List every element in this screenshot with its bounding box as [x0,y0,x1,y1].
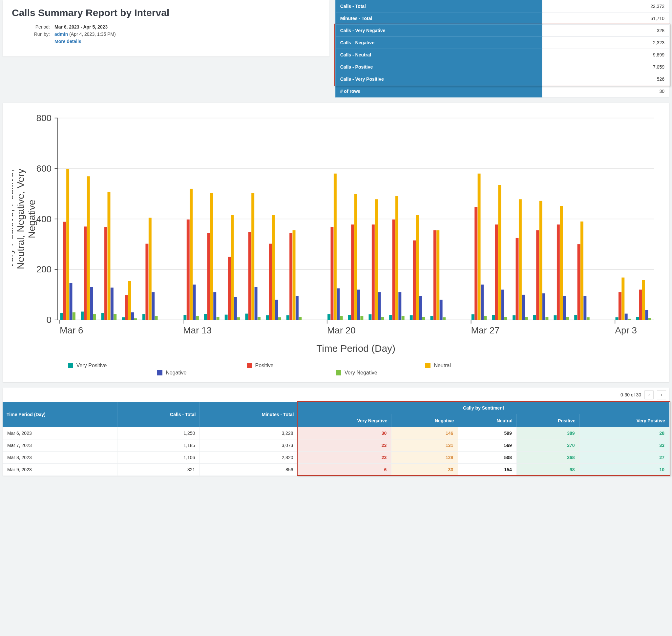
bar-positive [330,227,333,320]
bar-negative [90,287,93,320]
legend-item[interactable]: Neutral [425,362,596,369]
cell: Mar 9, 2023 [3,463,117,476]
legend-swatch [157,370,162,375]
bar-very-positive [101,313,104,320]
cell: 23 [298,451,391,463]
bar-neutral [334,174,337,320]
bar-negative [254,287,258,320]
bar-very-negative [545,317,548,320]
runby-time: (Apr 4, 2023, 1:35 PM) [69,32,116,37]
legend-label: Very Positive [77,363,107,369]
cell: 27 [579,451,669,463]
runby-user-link[interactable]: admin [55,32,68,37]
bar-very-positive [286,315,289,320]
bar-very-positive [60,313,63,320]
bar-very-positive [512,315,515,320]
legend-item[interactable]: Negative [157,369,328,376]
bar-very-negative [299,317,302,320]
bar-neutral [128,281,131,320]
bar-positive [145,244,148,320]
bar-positive [516,238,519,320]
bar-very-positive [348,315,351,320]
col-header[interactable]: Very Positive [579,414,669,427]
bar-negative [440,300,443,320]
legend-item[interactable]: Very Positive [68,362,239,369]
legend-swatch [425,363,430,368]
bar-neutral [642,280,645,320]
bar-negative [234,297,237,320]
legend-label: Very Negative [345,370,378,376]
bar-neutral [581,221,584,320]
bar-positive [207,233,210,320]
bar-very-negative [134,318,137,320]
bar-very-negative [237,317,240,320]
col-header[interactable]: Minutes - Total [200,402,298,427]
pager-prev-button[interactable]: ‹ [645,390,654,399]
bar-very-negative [278,317,281,320]
cell: 1,250 [117,427,200,439]
summary-key: Calls - Neutral [335,49,543,61]
bar-very-negative [340,316,343,320]
bar-very-positive [615,317,618,320]
legend-item[interactable]: Positive [247,362,418,369]
summary-value: 61,710 [543,13,669,25]
bar-neutral [560,206,563,320]
cell: 508 [458,451,516,463]
cell: 146 [391,427,458,439]
bar-neutral [251,193,254,320]
bar-very-negative [422,317,425,320]
bar-very-negative [402,316,405,320]
bar-neutral [622,278,625,320]
cell: 1,185 [117,439,200,451]
bar-very-negative [381,317,384,320]
bar-positive [557,224,560,320]
bar-very-positive [389,315,392,320]
report-title: Calls Summary Report by Interval [12,7,320,18]
cell: 10 [579,463,669,476]
cell: 6 [298,463,391,476]
more-details-link[interactable]: More details [55,39,81,44]
legend-swatch [68,363,73,368]
cell: 599 [458,427,516,439]
bar-neutral [210,193,213,320]
data-table-panel: 0-30 of 30 ‹ › Time Period (Day)Calls - … [3,387,669,476]
summary-row: Calls - Very Positive526 [335,73,669,85]
cell: 3,073 [200,439,298,451]
cell: Mar 6, 2023 [3,427,117,439]
period-value: Mar 6, 2023 - Apr 5, 2023 [55,24,320,29]
cell: 30 [391,463,458,476]
bar-very-positive [430,316,433,320]
svg-text:800: 800 [36,113,52,123]
cell: 28 [579,427,669,439]
svg-text:Very Positive, Positive,Neutra: Very Positive, Positive,Neutral, Negativ… [12,169,37,270]
svg-text:Time Period (Day): Time Period (Day) [316,343,395,354]
col-header[interactable]: Very Negative [298,414,391,427]
col-header[interactable]: Positive [516,414,579,427]
bar-very-negative [93,314,96,320]
col-header[interactable]: Neutral [458,414,516,427]
bar-positive [104,227,107,320]
bar-neutral [272,215,275,320]
bar-very-positive [636,317,639,320]
table-row: Mar 9, 20233218566301549810 [3,463,669,476]
bar-very-positive [225,315,228,320]
col-header[interactable]: Negative [391,414,458,427]
bar-very-positive [81,312,84,320]
legend-item[interactable]: Very Negative [336,369,507,376]
svg-text:Mar 27: Mar 27 [471,325,500,335]
bar-very-positive [471,314,474,320]
summary-value: 30 [543,85,669,97]
bar-positive [84,226,87,320]
cell: 569 [458,439,516,451]
bar-very-negative [587,317,590,320]
report-header-panel: Calls Summary Report by Interval Period:… [3,0,329,56]
bar-very-positive [245,314,248,320]
col-header[interactable]: Time Period (Day) [3,402,117,427]
bar-negative [275,300,278,320]
col-header[interactable]: Calls - Total [117,402,200,427]
bar-negative [584,296,586,320]
bar-very-positive [183,315,186,320]
cell: 856 [200,463,298,476]
bar-very-negative [217,317,220,320]
pager-next-button[interactable]: › [657,390,666,399]
